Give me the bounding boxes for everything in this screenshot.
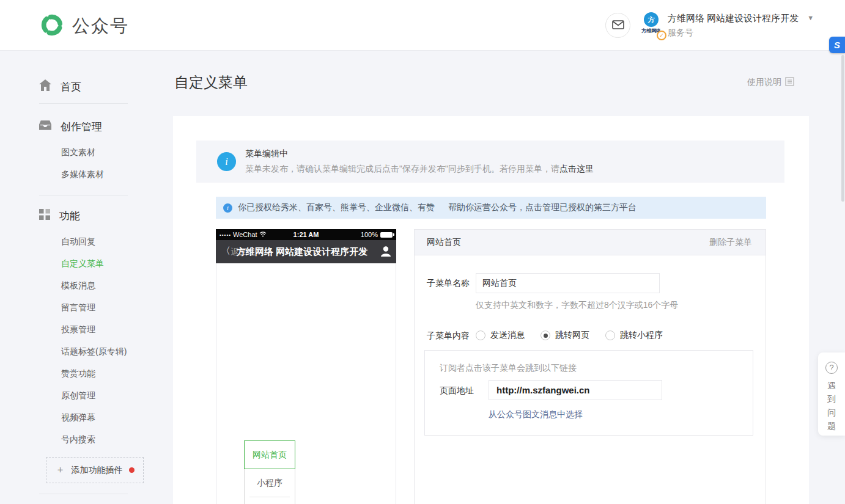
screen: 公众号 方 方维网络 ✓ 方维网络 网站建设设计程序开发▼ 服务号 S 首页 [0, 0, 845, 504]
phone-preview: ••••• WeChat 1:21 AM 100% 〈 返回 方维网络 网站建设… [216, 229, 396, 504]
info-icon: i [217, 152, 236, 171]
link-settings-box: 订阅者点击该子菜单会跳到以下链接 页面地址 从公众号图文消息中选择 [424, 350, 753, 436]
sidebar-item-template-message[interactable]: 模板消息 [61, 280, 95, 291]
radio-jump-webpage[interactable]: 跳转网页 [541, 330, 589, 341]
sidebar-item-account-search[interactable]: 号内搜索 [61, 434, 95, 445]
submenu-name-hint: 仅支持中英文和数字，字数不超过8个汉字或16个字母 [476, 300, 678, 311]
logo-text: 公众号 [72, 14, 129, 38]
page-url-label: 页面地址 [440, 385, 474, 396]
top-header: 公众号 方 方维网络 ✓ 方维网络 网站建设设计程序开发▼ 服务号 [0, 0, 845, 51]
battery-icon [380, 232, 393, 238]
question-icon: ? [825, 362, 838, 374]
sidebar-item-topic-tag[interactable]: 话题标签(原专辑) [61, 346, 127, 357]
phone-nav-title: 方维网络 网站建设设计程序开发 [237, 246, 367, 258]
usage-help-label: 使用说明 [747, 77, 781, 88]
submenu-name-label: 子菜单名称 [427, 278, 470, 289]
phone-menu-item[interactable]: 演示商城 [245, 497, 295, 504]
sidebar: 首页 创作管理 图文素材 多媒体素材 功能 自动回复 自定义菜单 模板消息 留言… [0, 51, 173, 504]
add-plugin-button[interactable]: ＋ 添加功能插件 [46, 457, 144, 483]
wechat-oa-logo-icon [39, 12, 65, 40]
logo[interactable]: 公众号 [39, 12, 129, 40]
phone-menu-item[interactable]: 小程序 [245, 469, 295, 497]
sidebar-item-reward-feature[interactable]: 赞赏功能 [61, 368, 95, 379]
radio-circle-icon [476, 331, 485, 340]
auth-notice-manage-link[interactable]: 帮助你运营公众号，点击管理已授权的第三方平台 [448, 202, 637, 213]
page-url-input[interactable] [489, 380, 662, 400]
submenu-editor-panel: 网站首页 删除子菜单 子菜单名称 仅支持中英文和数字，字数不超过8个汉字或16个… [414, 229, 766, 504]
sidebar-item-custom-menu[interactable]: 自定义菜单 [61, 258, 104, 269]
add-plugin-label: 添加功能插件 [72, 465, 123, 476]
editor-title: 网站首页 [427, 237, 461, 248]
content-type-radio-group: 发送消息 跳转网页 跳转小程序 [476, 330, 663, 341]
submenu-content-label: 子菜单内容 [427, 331, 470, 341]
inbox-icon [39, 120, 51, 134]
verified-badge-icon: ✓ [657, 31, 666, 40]
extension-icon: S [834, 40, 840, 50]
plus-icon: ＋ [56, 464, 65, 477]
stop-menu-link[interactable]: 点击这里 [559, 164, 594, 173]
radio-jump-miniprogram[interactable]: 跳转小程序 [605, 330, 663, 341]
browser-extension-button[interactable]: S [829, 37, 845, 53]
choose-from-articles-link[interactable]: 从公众号图文消息中选择 [489, 409, 583, 420]
avatar[interactable]: 方 方维网络 ✓ [638, 12, 664, 38]
caret-down-icon: ▼ [807, 14, 814, 21]
sidebar-item-label: 首页 [61, 80, 81, 94]
phone-submenu-popup: 网站首页 小程序 演示商城 品牌官网 [244, 440, 295, 504]
notice-body: 菜单未发布，请确认菜单编辑完成后点击"保存并发布"同步到手机。若停用菜单，请 [245, 164, 559, 173]
main-card: i 菜单编辑中 菜单未发布，请确认菜单编辑完成后点击"保存并发布"同步到手机。若… [173, 116, 809, 504]
authorization-notice: i 你已授权给秀米、百家号、熊掌号、企业微信、有赞 帮助你运营公众号，点击管理已… [216, 197, 766, 219]
sidebar-divider [39, 195, 128, 195]
sidebar-item-comment-management[interactable]: 留言管理 [61, 302, 95, 313]
phone-nav-bar: 〈 返回 方维网络 网站建设设计程序开发 [216, 240, 396, 263]
scrollbar-thumb[interactable] [841, 55, 844, 202]
auth-notice-text: 你已授权给秀米、百家号、熊掌号、企业微信、有赞 [238, 202, 435, 213]
envelope-icon [612, 20, 624, 31]
notification-dot [129, 467, 135, 473]
contact-person-icon[interactable] [380, 246, 391, 259]
sidebar-section-creation[interactable]: 创作管理 [39, 120, 102, 134]
help-widget[interactable]: ? 遇到问题 [818, 352, 845, 436]
phone-menu-item-selected[interactable]: 网站首页 [244, 440, 295, 469]
radio-send-message[interactable]: 发送消息 [476, 330, 525, 341]
phone-status-bar: ••••• WeChat 1:21 AM 100% [216, 229, 396, 240]
edit-status-notice: i 菜单编辑中 菜单未发布，请确认菜单编辑完成后点击"保存并发布"同步到手机。若… [196, 141, 784, 183]
account-name: 方维网络 网站建设设计程序开发 [668, 13, 799, 23]
sidebar-item-home[interactable]: 首页 [39, 79, 81, 94]
document-icon [785, 77, 794, 88]
notice-title: 菜单编辑中 [245, 148, 594, 159]
sidebar-section-features[interactable]: 功能 [39, 209, 80, 223]
sidebar-item-video-danmu[interactable]: 视频弹幕 [61, 412, 95, 423]
phone-body: 网站首页 小程序 演示商城 品牌官网 [216, 263, 396, 504]
usage-help-link[interactable]: 使用说明 [747, 77, 794, 88]
radio-circle-checked-icon [541, 331, 550, 340]
sidebar-section-label: 功能 [59, 209, 80, 223]
sidebar-item-auto-reply[interactable]: 自动回复 [61, 236, 95, 247]
grid-icon [39, 209, 50, 223]
account-menu[interactable]: 方维网络 网站建设设计程序开发▼ 服务号 [668, 13, 814, 38]
editor-header: 网站首页 删除子菜单 [415, 230, 766, 255]
info-icon-small: i [223, 203, 232, 213]
help-label: 遇到问题 [827, 379, 836, 433]
sidebar-section-label: 创作管理 [61, 120, 102, 134]
battery-percent: 100% [361, 231, 378, 238]
back-chevron-icon[interactable]: 〈 [221, 245, 231, 258]
page-title: 自定义菜单 [174, 73, 248, 92]
home-icon [39, 79, 51, 94]
sidebar-divider [39, 494, 128, 494]
radio-circle-icon [605, 331, 615, 340]
sidebar-item-original-management[interactable]: 原创管理 [61, 390, 95, 401]
mail-button[interactable] [605, 13, 630, 38]
link-tip: 订阅者点击该子菜单会跳到以下链接 [440, 363, 577, 374]
sidebar-item-media-material[interactable]: 多媒体素材 [61, 169, 104, 180]
avatar-logo-icon: 方 [644, 12, 659, 27]
sidebar-divider [39, 103, 128, 104]
sidebar-item-vote-management[interactable]: 投票管理 [61, 324, 95, 335]
account-type: 服务号 [668, 27, 814, 38]
sidebar-item-news-material[interactable]: 图文素材 [61, 147, 95, 158]
delete-submenu-button[interactable]: 删除子菜单 [709, 237, 752, 248]
submenu-name-input[interactable] [476, 273, 660, 293]
